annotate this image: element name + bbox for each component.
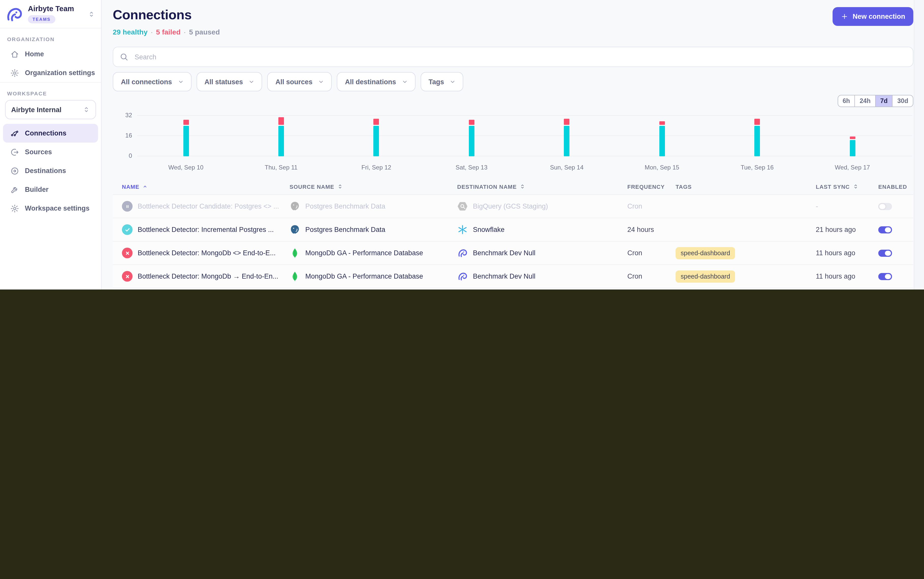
column-header-frequency: FREQUENCY bbox=[627, 183, 676, 190]
last-sync: 11 hours ago bbox=[816, 273, 878, 280]
frequency: Cron bbox=[627, 273, 676, 280]
chart-bar-healthy bbox=[374, 126, 379, 156]
chart-gridline: 16 bbox=[137, 136, 913, 136]
frequency: Cron bbox=[627, 249, 676, 257]
sidebar-item-connections[interactable]: Connections bbox=[3, 124, 98, 142]
chart-gridline: 0 bbox=[137, 156, 913, 156]
sidebar-item-builder[interactable]: Builder bbox=[3, 180, 98, 199]
team-switcher[interactable]: Airbyte Team TEAMS bbox=[0, 0, 101, 28]
table-row[interactable]: Bottleneck Detector: Incremental Postgre… bbox=[113, 218, 913, 241]
time-range-24h[interactable]: 24h bbox=[855, 95, 875, 106]
enabled-toggle[interactable] bbox=[878, 226, 892, 233]
time-range-7d[interactable]: 7d bbox=[875, 95, 892, 106]
new-connection-label: New connection bbox=[853, 13, 905, 20]
search-icon bbox=[119, 52, 128, 61]
filter-all-sources[interactable]: All sources bbox=[268, 72, 332, 92]
enabled-toggle[interactable] bbox=[878, 273, 892, 280]
sidebar-divider bbox=[0, 82, 101, 83]
sidebar-item-organization-settings[interactable]: Organization settings bbox=[3, 64, 98, 82]
column-label: TAGS bbox=[676, 183, 692, 190]
table-row[interactable]: Bottleneck Detector: MongoDb → End-to-En… bbox=[113, 264, 913, 288]
column-header-last-sync[interactable]: LAST SYNC bbox=[816, 183, 878, 190]
time-range-selector: 6h24h7d30d bbox=[837, 95, 913, 107]
chart-bar-healthy bbox=[278, 126, 284, 156]
sidebar-item-label: Connections bbox=[25, 129, 67, 137]
chart-bar-failed bbox=[374, 118, 379, 125]
scrollbar-gutter[interactable] bbox=[914, 0, 924, 290]
sync-history-chart: 01632 Wed, Sep 10Thu, Sep 11Fri, Sep 12S… bbox=[113, 113, 913, 175]
filter-all-destinations[interactable]: All destinations bbox=[337, 72, 415, 92]
sidebar-item-workspace-settings[interactable]: Workspace settings bbox=[3, 199, 98, 218]
connection-name: Bottleneck Detector: Incremental Postgre… bbox=[138, 226, 274, 234]
chart-xtick: Mon, Sep 15 bbox=[645, 164, 679, 171]
chart-xtick: Fri, Sep 12 bbox=[361, 164, 391, 171]
filter-label: All destinations bbox=[345, 78, 396, 85]
chart-bar bbox=[754, 118, 760, 156]
airbyte-icon bbox=[457, 271, 468, 281]
chart-bar-healthy bbox=[659, 126, 665, 156]
table-row[interactable]: Bottleneck Detector Candidate: Postgres … bbox=[113, 195, 913, 218]
chart-bar-healthy bbox=[183, 126, 189, 156]
enabled-toggle[interactable] bbox=[878, 203, 892, 210]
sidebar: Airbyte Team TEAMS ORGANIZATIONHomeOrgan… bbox=[0, 0, 102, 290]
enabled-toggle[interactable] bbox=[878, 249, 892, 257]
new-connection-button[interactable]: New connection bbox=[833, 7, 913, 26]
destination-icon bbox=[10, 166, 19, 175]
filter-label: All connections bbox=[121, 78, 172, 85]
sidebar-item-label: Destinations bbox=[25, 167, 66, 175]
gear-icon bbox=[10, 204, 19, 213]
destination-name: BigQuery (GCS Staging) bbox=[473, 203, 548, 210]
time-range-6h[interactable]: 6h bbox=[838, 95, 854, 106]
team-badge: TEAMS bbox=[28, 15, 55, 23]
last-sync: 21 hours ago bbox=[816, 226, 878, 234]
connection-name: Bottleneck Detector: MongoDb → End-to-En… bbox=[138, 273, 278, 280]
home-icon bbox=[10, 49, 19, 59]
chart-bar-failed bbox=[278, 117, 284, 125]
column-label: SOURCE NAME bbox=[290, 183, 334, 190]
sort-both-icon bbox=[337, 183, 343, 190]
filter-tags[interactable]: Tags bbox=[420, 72, 463, 92]
column-header-name[interactable]: NAME bbox=[113, 183, 290, 190]
connection-health-summary: 29 healthy·5 failed·5 paused bbox=[113, 28, 220, 36]
table-header: NAMESOURCE NAMEDESTINATION NAMEFREQUENCY… bbox=[113, 183, 913, 195]
chart-xtick: Thu, Sep 11 bbox=[265, 164, 297, 171]
sidebar-item-home[interactable]: Home bbox=[3, 45, 98, 64]
sidebar-item-sources[interactable]: Sources bbox=[3, 142, 98, 161]
connections-icon bbox=[10, 129, 19, 138]
workspace-name: Airbyte Internal bbox=[11, 106, 61, 113]
stats-separator: · bbox=[184, 28, 186, 36]
chart-xtick: Sat, Sep 13 bbox=[456, 164, 487, 171]
chevron-down-icon bbox=[248, 78, 255, 85]
airbyte-app-window: Airbyte Team TEAMS ORGANIZATIONHomeOrgan… bbox=[0, 0, 924, 290]
page-title: Connections bbox=[113, 7, 220, 23]
connection-name: Bottleneck Detector Candidate: Postgres … bbox=[138, 203, 279, 210]
chart-xtick: Wed, Sep 17 bbox=[835, 164, 870, 171]
filter-all-statuses[interactable]: All statuses bbox=[196, 72, 263, 92]
search-input[interactable] bbox=[134, 52, 907, 61]
column-header-destination-name[interactable]: DESTINATION NAME bbox=[457, 183, 627, 190]
filter-label: All sources bbox=[276, 78, 313, 85]
last-sync: 11 hours ago bbox=[816, 249, 878, 257]
table-row[interactable]: Bottleneck Detector: MongoDb → Snowflake… bbox=[113, 288, 913, 290]
table-row[interactable]: Bottleneck Detector: MongoDb <> End-to-E… bbox=[113, 241, 913, 264]
column-label: NAME bbox=[122, 183, 140, 190]
column-header-source-name[interactable]: SOURCE NAME bbox=[290, 183, 457, 190]
filter-all-connections[interactable]: All connections bbox=[113, 72, 191, 92]
column-header-tags: TAGS bbox=[676, 183, 816, 190]
snowflake-icon bbox=[457, 224, 468, 235]
last-sync: - bbox=[816, 203, 878, 210]
workspace-selector[interactable]: Airbyte Internal bbox=[5, 100, 96, 119]
chevron-down-icon bbox=[177, 78, 184, 85]
chevron-up-down-icon bbox=[87, 10, 96, 19]
connections-table: NAMESOURCE NAMEDESTINATION NAMEFREQUENCY… bbox=[113, 183, 913, 290]
time-range-30d[interactable]: 30d bbox=[892, 95, 913, 106]
filter-label: Tags bbox=[428, 78, 444, 85]
destination-name: Snowflake bbox=[473, 226, 505, 234]
main-content: Connections 29 healthy·5 failed·5 paused… bbox=[102, 0, 924, 290]
sidebar-section-label: ORGANIZATION bbox=[7, 36, 101, 42]
chart-xtick: Sun, Sep 14 bbox=[550, 164, 583, 171]
sidebar-item-label: Workspace settings bbox=[25, 204, 90, 212]
sidebar-item-destinations[interactable]: Destinations bbox=[3, 161, 98, 180]
column-header-enabled: ENABLED bbox=[878, 183, 913, 190]
sort-both-icon bbox=[852, 183, 859, 190]
